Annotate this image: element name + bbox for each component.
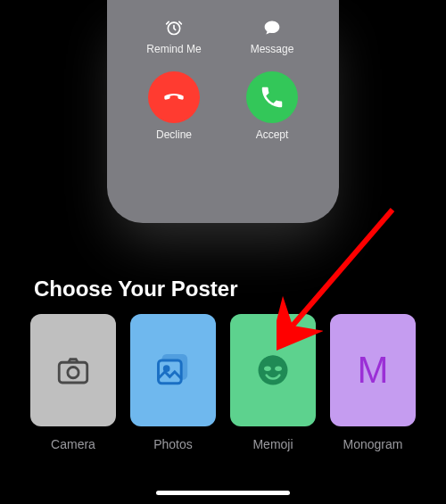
phone-icon [246,71,298,123]
poster-option-monogram[interactable]: M Monogram [330,314,416,451]
photos-icon [153,351,193,390]
monogram-letter: M [358,349,389,392]
poster-option-camera[interactable]: Camera [30,314,116,451]
svg-point-2 [68,368,78,378]
poster-options-row: Camera Photos Memoji M Monogram [0,314,446,451]
section-title: Choose Your Poster [34,277,238,302]
svg-point-6 [259,356,288,385]
poster-option-memoji[interactable]: Memoji [230,314,316,451]
decline-label: Decline [156,128,192,141]
svg-point-8 [275,366,282,371]
svg-line-9 [293,210,392,326]
poster-option-photos[interactable]: Photos [130,314,216,451]
call-main-actions: Decline Accept [107,71,339,141]
message-label: Message [251,43,294,55]
alarm-icon [164,18,184,37]
remind-me-action[interactable]: Remind Me [138,18,210,55]
camera-icon [54,351,92,389]
svg-point-7 [264,366,271,371]
remind-me-label: Remind Me [146,43,201,55]
poster-label-camera: Camera [51,437,95,451]
memoji-card [230,314,316,426]
accept-label: Accept [256,128,289,141]
svg-point-5 [164,367,169,371]
poster-label-monogram: Monogram [343,437,403,451]
poster-label-photos: Photos [153,437,193,451]
svg-rect-4 [159,360,182,384]
phone-down-icon [148,71,200,123]
message-action[interactable]: Message [236,18,308,55]
svg-rect-1 [59,362,87,383]
photos-card [130,314,216,426]
monogram-card: M [330,314,416,426]
decline-action[interactable]: Decline [138,71,210,141]
call-quick-actions: Remind Me Message [107,18,339,55]
accept-action[interactable]: Accept [236,71,308,141]
message-icon [262,18,282,37]
home-indicator[interactable] [156,491,290,495]
call-screen-preview: Remind Me Message Decline Accept [107,0,339,223]
poster-label-memoji: Memoji [252,437,293,451]
camera-card [30,314,116,426]
memoji-icon [253,351,293,390]
